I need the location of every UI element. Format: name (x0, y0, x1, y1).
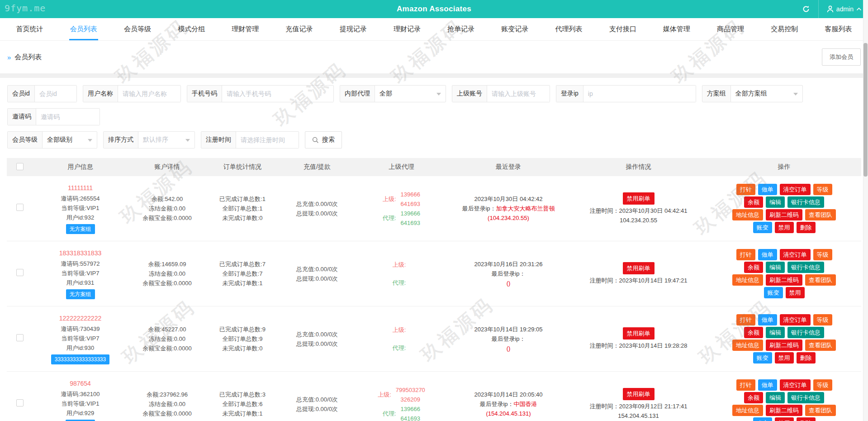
action-button[interactable]: 等级 (813, 184, 832, 195)
filter-select[interactable]: 全部级别 (43, 132, 97, 148)
action-button[interactable]: 做单 (758, 379, 777, 391)
tab-5[interactable]: 理财管理 (218, 18, 272, 40)
user-info-line: 当前等级:VIP7 (35, 334, 126, 343)
member-username[interactable]: 183318331833 (35, 249, 126, 258)
action-button[interactable]: 打针 (736, 249, 755, 260)
cell-user-info: 122222222222邀请码:730439当前等级:VIP7用户id:9303… (33, 306, 128, 372)
tab-8[interactable]: 理财记录 (380, 18, 434, 40)
action-button[interactable]: 地址信息 (732, 340, 763, 351)
action-button[interactable]: 账变 (753, 352, 772, 364)
action-button[interactable]: 编辑 (766, 392, 785, 403)
filter-input[interactable] (36, 109, 100, 125)
tab-label: 代理列表 (554, 19, 583, 40)
filter-input[interactable] (222, 86, 333, 102)
tab-10[interactable]: 账变记录 (488, 18, 542, 40)
filter-input[interactable] (35, 86, 76, 102)
action-button[interactable]: 银行卡信息 (787, 262, 824, 273)
member-username[interactable]: 987654 (35, 379, 126, 388)
action-button[interactable]: 查看团队 (805, 209, 836, 220)
action-button[interactable]: 余额 (744, 392, 763, 403)
filter-select[interactable]: 全部 (375, 86, 446, 102)
action-button[interactable]: 查看团队 (805, 274, 836, 286)
filter-input[interactable] (583, 86, 696, 102)
action-button[interactable]: 打针 (736, 379, 755, 391)
action-button[interactable]: 等级 (813, 249, 832, 260)
row-checkbox[interactable] (16, 334, 24, 341)
action-button[interactable]: 刷新二维码 (766, 274, 802, 286)
filter-select[interactable]: 全部方案组 (731, 86, 802, 102)
tab-14[interactable]: 商品管理 (703, 18, 757, 40)
action-button[interactable]: 做单 (758, 184, 777, 195)
action-button[interactable]: 编辑 (766, 327, 785, 338)
action-button[interactable]: 账变 (753, 222, 772, 233)
action-button[interactable]: 余额 (744, 196, 763, 208)
action-button[interactable]: 银行卡信息 (787, 327, 824, 338)
tab-16[interactable]: 客服列表 (811, 18, 865, 40)
filter-input[interactable] (487, 86, 550, 102)
row-checkbox[interactable] (16, 269, 24, 276)
action-button[interactable]: 删除 (797, 417, 816, 421)
member-username[interactable]: 122222222222 (35, 314, 126, 323)
filter-field-r1-3: 内部代理全部 (340, 85, 446, 102)
tab-11[interactable]: 代理列表 (542, 18, 596, 40)
action-button[interactable]: 银行卡信息 (787, 196, 824, 208)
tab-13[interactable]: 媒体管理 (650, 18, 703, 40)
select-all-checkbox[interactable] (16, 163, 24, 170)
tab-15[interactable]: 交易控制 (758, 18, 811, 40)
action-button[interactable]: 刷新二维码 (766, 209, 802, 220)
action-button[interactable]: 清空订单 (780, 379, 811, 391)
search-button[interactable]: 搜索 (305, 131, 342, 148)
action-button[interactable]: 清空订单 (780, 184, 811, 195)
scrollbar-thumb[interactable] (863, 43, 868, 177)
refresh-icon[interactable] (802, 5, 810, 13)
action-button[interactable]: 删除 (797, 222, 816, 233)
action-button[interactable]: 禁用 (786, 287, 805, 298)
filter-input[interactable] (118, 86, 180, 102)
cell-operation-status: 禁用刷单注册时间：2023年10月14日 19:28:28 (570, 306, 707, 372)
action-button[interactable]: 账变 (753, 417, 772, 421)
filter-select[interactable]: 默认排序 (138, 132, 194, 148)
action-button[interactable]: 禁用 (775, 417, 794, 421)
tab-4[interactable]: 模式分组 (165, 18, 218, 40)
action-button[interactable]: 银行卡信息 (787, 392, 824, 403)
action-button[interactable]: 余额 (744, 262, 763, 273)
row-checkbox[interactable] (16, 204, 24, 211)
tab-7[interactable]: 提现记录 (326, 18, 380, 40)
tab-6[interactable]: 充值记录 (272, 18, 326, 40)
action-button[interactable]: 刷新二维码 (766, 340, 802, 351)
action-button[interactable]: 做单 (758, 249, 777, 260)
action-button[interactable]: 查看团队 (805, 340, 836, 351)
action-button[interactable]: 地址信息 (732, 405, 763, 416)
action-button[interactable]: 禁用 (775, 352, 794, 364)
action-button[interactable]: 删除 (797, 352, 816, 364)
action-button[interactable]: 地址信息 (732, 274, 763, 286)
action-button[interactable]: 打针 (736, 314, 755, 325)
tab-1[interactable]: 首页统计 (3, 18, 57, 40)
action-button[interactable]: 地址信息 (732, 209, 763, 220)
action-button[interactable]: 打针 (736, 184, 755, 195)
action-button[interactable]: 编辑 (766, 262, 785, 273)
action-button[interactable]: 禁用 (775, 222, 794, 233)
tab-2[interactable]: 会员列表 (57, 18, 110, 40)
action-button[interactable]: 清空订单 (780, 249, 811, 260)
action-button[interactable]: 查看团队 (805, 405, 836, 416)
scrollbar[interactable] (863, 0, 868, 421)
member-username[interactable]: 11111111 (35, 183, 126, 193)
add-member-button[interactable]: 添加会员 (822, 48, 861, 66)
action-button[interactable]: 账变 (764, 287, 783, 298)
filter-input[interactable] (236, 132, 299, 148)
action-button[interactable]: 等级 (813, 379, 832, 391)
action-button[interactable]: 清空订单 (780, 314, 811, 325)
action-button[interactable]: 编辑 (766, 196, 785, 208)
row-checkbox[interactable] (16, 399, 24, 407)
user-menu[interactable]: admin (827, 5, 862, 13)
tab-12[interactable]: 支付接口 (596, 18, 650, 40)
action-button[interactable]: 做单 (758, 314, 777, 325)
action-button[interactable]: 刷新二维码 (766, 405, 802, 416)
chevron-down-icon (793, 93, 798, 96)
action-button[interactable]: 等级 (813, 314, 832, 325)
tab-9[interactable]: 抢单记录 (434, 18, 488, 40)
table-row: 122222222222邀请码:730439当前等级:VIP7用户id:9303… (7, 306, 861, 372)
tab-3[interactable]: 会员等级 (110, 18, 164, 40)
action-button[interactable]: 余额 (744, 327, 763, 338)
